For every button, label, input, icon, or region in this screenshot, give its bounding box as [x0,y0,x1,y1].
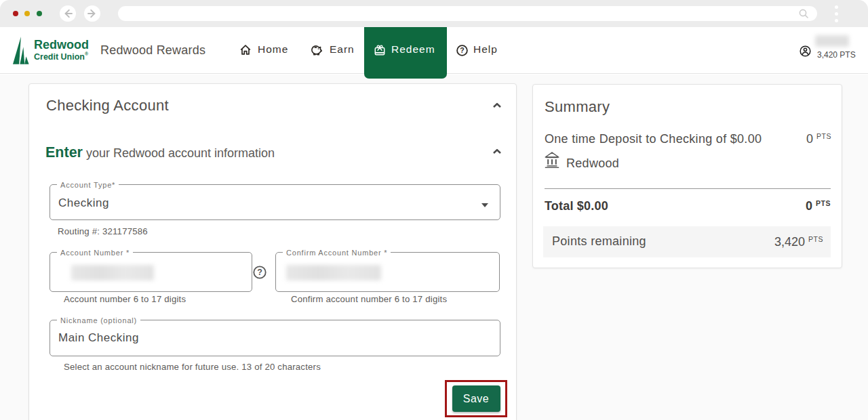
svg-text:?: ? [257,268,262,277]
svg-text:?: ? [460,46,464,54]
